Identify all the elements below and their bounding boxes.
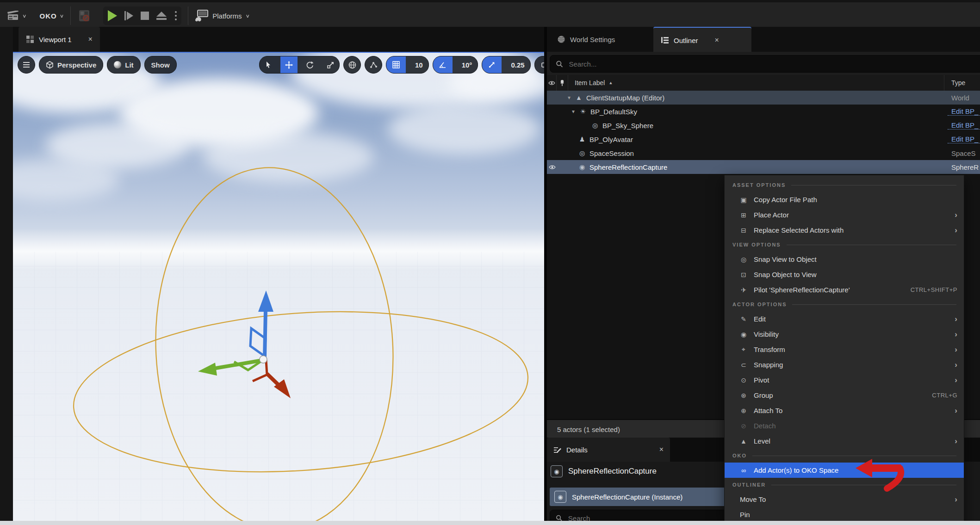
gizmo-z-axis <box>265 311 266 358</box>
submenu-arrow-icon: › <box>955 315 957 324</box>
type-column-header[interactable]: Type <box>951 79 965 86</box>
menu-item-transform[interactable]: ⌖ Transform › <box>725 342 964 357</box>
menu-item-level[interactable]: ▲ Level › <box>725 433 964 449</box>
toolbar-separator <box>70 6 71 25</box>
search-icon <box>556 60 563 68</box>
menu-item-snap-object-to-view[interactable]: ⊡ Snap Object to View <box>725 267 964 282</box>
grid-snap-control[interactable]: 10 <box>386 56 429 74</box>
grid-snap-icon <box>386 56 406 73</box>
outliner-row-spacesession[interactable]: ◎ SpaceSession SpaceS <box>547 146 980 160</box>
oko-logo: OKO <box>40 12 57 20</box>
grid-snap-value: 10 <box>409 61 428 69</box>
play-controls-group <box>103 6 181 25</box>
menu-item-move-to[interactable]: Move To › <box>725 492 964 507</box>
menu-item-edit[interactable]: ✎ Edit › <box>725 311 964 327</box>
rotation-snap-control[interactable]: 10° <box>433 56 478 74</box>
perspective-dropdown[interactable]: Perspective <box>39 56 103 74</box>
skip-frame-button[interactable] <box>124 11 133 20</box>
outliner-search-input[interactable] <box>568 60 980 68</box>
outliner-header-row: Item Label ▲ Type <box>547 75 980 91</box>
cinematics-button[interactable]: ∨ <box>7 11 27 21</box>
details-instance-row[interactable]: ◉ SphereReflectionCapture (Instance) <box>550 488 734 506</box>
pin-column-header[interactable] <box>557 75 568 91</box>
scale-snap-control[interactable]: 0.25 <box>482 56 530 74</box>
menu-item-add-actors-to-oko-space[interactable]: ∞ Add Actor(s) to OKO Space <box>725 463 964 478</box>
play-button[interactable] <box>108 10 117 21</box>
stop-button[interactable] <box>141 12 149 20</box>
menu-section-oko: OKO <box>725 449 964 463</box>
tab-world-settings[interactable]: World Settings <box>550 27 622 52</box>
angle-snap-icon <box>433 56 453 73</box>
actor-icon: ◎ <box>577 149 587 157</box>
platforms-button[interactable]: Platforms ∨ <box>195 10 250 22</box>
menu-item-replace-selected-actors[interactable]: ⊟ Replace Selected Actors with › <box>725 222 964 238</box>
tab-details[interactable]: Details × <box>547 438 670 462</box>
reflection-capture-icon: ◉ <box>577 163 587 171</box>
menu-item-group[interactable]: ⊛ Group CTRL+G <box>725 388 964 403</box>
details-object-name: SphereReflectionCapture <box>568 467 657 476</box>
surface-snapping-button[interactable] <box>365 56 382 74</box>
viewport-canvas[interactable]: Perspective Lit Show <box>13 52 544 522</box>
camera-icon <box>541 62 544 68</box>
viewport-toolbar-right: 10 10° 0.25 <box>259 56 544 73</box>
tab-label: World Settings <box>570 36 615 43</box>
menu-item-snapping[interactable]: ⊂ Snapping › <box>725 357 964 372</box>
oko-menu-button[interactable]: OKO ∨ <box>40 12 64 20</box>
move-tool-button[interactable] <box>280 56 298 73</box>
toolbar-separator <box>188 6 188 25</box>
expander-icon[interactable]: ▾ <box>572 108 578 115</box>
menu-item-pivot[interactable]: ⊙ Pivot › <box>725 372 964 388</box>
scene-overlay <box>13 53 544 522</box>
select-tool-button[interactable] <box>260 56 277 73</box>
outliner-row-bp-olyavatar[interactable]: ♟ BP_OlyAvatar Edit BP_ <box>547 132 980 146</box>
bottom-strip <box>0 521 980 525</box>
menu-item-copy-actor-file-path[interactable]: ▣ Copy Actor File Path <box>725 192 964 207</box>
menu-item-visibility[interactable]: ◉ Visibility › <box>725 327 964 342</box>
modes-button[interactable] <box>77 9 91 23</box>
outliner-row-bp-defaultsky[interactable]: ▾ ☀ BP_DefaultSky Edit BP_ <box>547 105 980 118</box>
menu-item-snap-view-to-object[interactable]: ◎ Snap View to Object <box>725 252 964 267</box>
visibility-icon: ◉ <box>738 331 749 338</box>
viewport-options-button[interactable] <box>18 56 35 74</box>
expander-icon[interactable]: ▾ <box>568 94 574 101</box>
outliner-row-bp-sky-sphere[interactable]: ◎ BP_Sky_Sphere Edit BP_ <box>547 118 980 132</box>
rotate-tool-button[interactable] <box>301 56 318 73</box>
close-icon[interactable]: × <box>659 445 664 454</box>
perspective-label: Perspective <box>57 61 96 69</box>
menu-item-pilot-actor[interactable]: ✈ Pilot 'SphereReflectionCapture' CTRL+S… <box>725 282 964 297</box>
menu-item-attach-to[interactable]: ⊕ Attach To › <box>725 403 964 418</box>
menu-section-asset-options: ASSET OPTIONS <box>725 178 964 192</box>
level-icon: ▲ <box>738 438 749 445</box>
menu-section-view-options: VIEW OPTIONS <box>725 238 964 252</box>
menu-item-pin[interactable]: Pin <box>725 507 964 522</box>
item-label-column-header[interactable]: Item Label ▲ <box>575 79 613 86</box>
lit-dropdown[interactable]: Lit <box>107 56 140 74</box>
menu-item-place-actor[interactable]: ⊞ Place Actor › <box>725 207 964 222</box>
attach-icon: ⊕ <box>738 407 749 414</box>
menu-section-outliner: OUTLINER <box>725 478 964 492</box>
scale-tool-button[interactable] <box>322 56 339 73</box>
world-space-toggle[interactable] <box>343 56 361 74</box>
outliner-row-spherereflectioncapture[interactable]: ◉ SphereReflectionCapture SphereR <box>547 160 980 174</box>
close-icon[interactable]: × <box>88 35 93 43</box>
submenu-arrow-icon: › <box>955 360 957 370</box>
outliner-row-clientstartupmap[interactable]: ▾ ▲ ClientStartupMap (Editor) World <box>547 91 980 105</box>
play-options-button[interactable] <box>175 11 177 20</box>
edit-blueprint-link[interactable]: Edit BP_ <box>948 135 980 143</box>
tab-viewport-1[interactable]: Viewport 1 × <box>19 27 100 52</box>
submenu-arrow-icon: › <box>955 376 957 385</box>
close-icon[interactable]: × <box>715 36 719 44</box>
rotate-icon <box>306 61 314 69</box>
camera-speed-control[interactable]: 4 <box>534 56 544 74</box>
pilot-icon: ✈ <box>738 286 749 294</box>
visibility-column-header[interactable] <box>547 75 557 91</box>
show-dropdown[interactable]: Show <box>144 56 177 74</box>
tab-outliner[interactable]: Outliner × <box>653 27 751 53</box>
edit-blueprint-link[interactable]: Edit BP_ <box>948 107 980 116</box>
details-instance-name: SphereReflectionCapture (Instance) <box>572 493 682 501</box>
eject-button[interactable] <box>156 12 167 20</box>
group-icon: ⊛ <box>738 392 749 399</box>
eye-icon[interactable] <box>549 165 556 170</box>
pin-icon <box>559 80 565 86</box>
edit-blueprint-link[interactable]: Edit BP_ <box>948 121 980 130</box>
